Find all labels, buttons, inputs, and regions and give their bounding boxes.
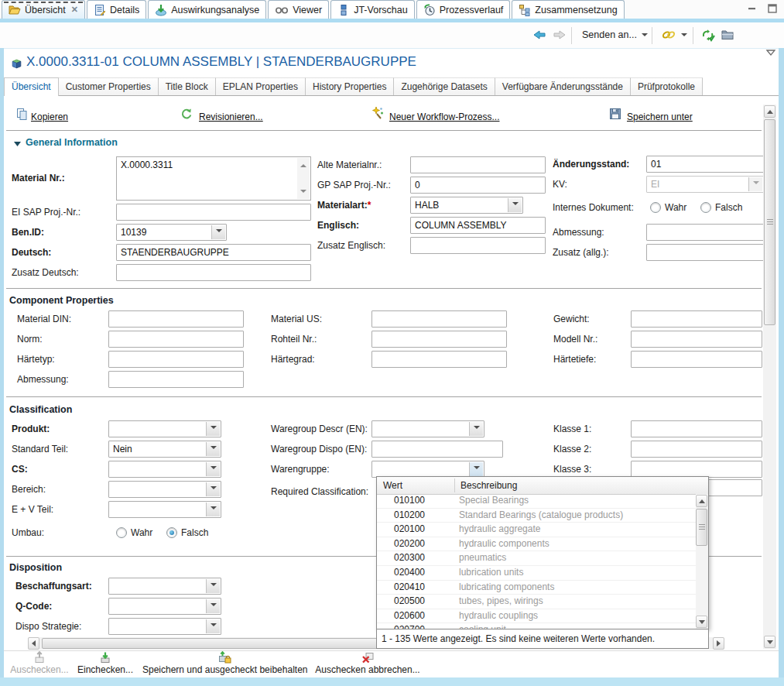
dropdown-option-row[interactable]: 020200 hydraulic components <box>377 537 696 552</box>
toolbar-overflow-chevron-icon[interactable] <box>765 48 777 57</box>
haertetyp-input[interactable] <box>108 351 244 368</box>
combo-arrow-button[interactable] <box>508 198 522 212</box>
modell-nr-input[interactable] <box>631 331 762 348</box>
alte-materialnr-input[interactable] <box>410 156 546 173</box>
dropdown-scrollbar[interactable] <box>696 494 708 629</box>
close-icon[interactable]: ✕ <box>71 5 78 15</box>
cancel-checkout-button[interactable]: Auschecken abbrechen... <box>313 651 423 675</box>
view-tab-viewer[interactable]: Viewer <box>268 0 329 19</box>
combo-arrow-button[interactable] <box>206 482 220 496</box>
scroll-down-button[interactable] <box>764 636 775 648</box>
scroll-up-icon[interactable] <box>300 161 306 167</box>
gewicht-input[interactable] <box>631 310 762 328</box>
tab-title-block[interactable]: Title Block <box>159 77 216 95</box>
klasse1-input[interactable] <box>631 420 762 437</box>
dropdown-scroll-down-button[interactable] <box>696 616 707 628</box>
revise-link[interactable]: Revisionieren... <box>199 111 263 122</box>
internes-dokument-falsch-radio[interactable] <box>700 202 711 213</box>
scroll-down-icon[interactable] <box>300 190 306 196</box>
minimize-icon[interactable] <box>747 3 758 14</box>
dispo-strategie-combo[interactable] <box>108 618 221 635</box>
material-us-input[interactable] <box>371 310 507 328</box>
checkin-button[interactable]: Einchecken... <box>74 651 136 675</box>
tab-customer-properties[interactable]: Customer Properties <box>59 77 159 95</box>
combo-arrow-button[interactable] <box>206 442 220 456</box>
waregroup-dispo-input[interactable] <box>371 441 503 458</box>
bereich-combo[interactable] <box>108 481 221 498</box>
ei-sap-input[interactable] <box>116 204 311 221</box>
q-code-combo[interactable] <box>108 598 221 615</box>
materialart-combo[interactable]: HALB <box>410 197 523 214</box>
dropdown-option-row[interactable]: 020500 tubes, pipes, wirings <box>377 595 696 609</box>
send-to-button[interactable]: Senden an... <box>577 26 652 44</box>
view-tab-uebersicht[interactable]: Übersicht ✕ <box>2 0 85 19</box>
combo-arrow-button[interactable] <box>211 225 225 239</box>
umbau-wahr-radio[interactable] <box>116 527 127 538</box>
zusatz-deutsch-input[interactable] <box>116 264 311 281</box>
save-and-keep-checked-out-button[interactable]: Speichern und ausgecheckt beibehalten <box>142 651 306 675</box>
scroll-up-button[interactable] <box>764 105 775 118</box>
copy-link[interactable]: Kopieren <box>31 111 68 122</box>
dropdown-option-row[interactable]: 020100 hydraulic aggregate <box>377 523 696 537</box>
zusatz-englisch-input[interactable] <box>410 237 546 254</box>
gp-sap-input[interactable] <box>410 177 546 194</box>
waregroup-descr-combo[interactable] <box>371 420 484 437</box>
tab-pruefprotokolle[interactable]: Prüfprotokolle <box>631 77 703 95</box>
dropdown-option-row[interactable]: 020300 pneumatics <box>377 551 696 566</box>
scroll-left-button[interactable] <box>28 637 39 650</box>
dropdown-option-row[interactable]: 020700 cooling unit <box>377 623 696 629</box>
forward-button[interactable] <box>548 26 571 44</box>
dropdown-option-row[interactable]: 020600 hydraulic couplings <box>377 609 696 624</box>
tab-history-properties[interactable]: History Properties <box>306 77 394 95</box>
combo-arrow-button[interactable] <box>469 422 483 436</box>
material-nr-textarea[interactable]: X.0000.3311 <box>116 156 311 201</box>
deutsch-input[interactable] <box>116 244 311 261</box>
dropdown-option-row[interactable]: 020400 lubrication units <box>377 566 696 581</box>
tab-zugehoerige-datasets[interactable]: Zugehörige Datasets <box>394 77 495 95</box>
view-tab-prozessverlauf[interactable]: Prozessverlauf <box>416 0 511 19</box>
view-tab-jt-vorschau[interactable]: JT-Vorschau <box>330 0 414 19</box>
vertical-scrollbar-thumb[interactable] <box>764 119 775 325</box>
collapse-triangle-icon[interactable] <box>13 140 22 147</box>
standard-teil-combo[interactable]: Nein <box>108 441 221 458</box>
dropdown-option-row[interactable]: 010200 Standard Bearings (catalogue prod… <box>377 509 696 523</box>
haertegrad-input[interactable] <box>371 351 507 368</box>
dropdown-option-row[interactable]: 010100 Special Bearings <box>377 494 696 509</box>
produkt-combo[interactable] <box>108 420 221 437</box>
klasse2-input[interactable] <box>631 441 762 458</box>
zusatz-allg-input[interactable] <box>646 244 764 261</box>
section-general-information[interactable]: General Information <box>26 137 118 148</box>
combo-arrow-button[interactable] <box>206 619 220 633</box>
norm-input[interactable] <box>108 331 244 348</box>
folder-button[interactable] <box>715 26 740 44</box>
tab-verfuegbare-aenderungsstaende[interactable]: Verfügbare Änderungsstände <box>495 77 631 95</box>
save-as-link[interactable]: Speichern unter <box>627 111 693 122</box>
view-tab-details[interactable]: Details <box>87 0 146 19</box>
maximize-icon[interactable] <box>767 3 778 14</box>
tab-uebersicht[interactable]: Übersicht <box>4 77 59 96</box>
textarea-scrollbar[interactable] <box>297 158 310 199</box>
link-button[interactable] <box>656 26 692 44</box>
combo-arrow-button[interactable] <box>206 599 220 613</box>
abmessung-input[interactable] <box>646 224 764 241</box>
combo-arrow-button[interactable] <box>206 502 220 516</box>
aenderungsstand-input[interactable] <box>646 156 764 173</box>
haertetiefe-input[interactable] <box>631 351 762 368</box>
ev-teil-combo[interactable] <box>108 501 221 518</box>
dropdown-scrollbar-thumb[interactable] <box>696 509 707 546</box>
klasse3-input[interactable] <box>631 461 762 478</box>
beschaffungsart-combo[interactable] <box>108 578 221 595</box>
rohteil-nr-input[interactable] <box>371 331 507 348</box>
component-abmessung-input[interactable] <box>108 371 244 388</box>
ben-id-combo[interactable]: 10139 <box>116 224 227 241</box>
englisch-input[interactable] <box>410 217 546 234</box>
combo-arrow-button[interactable] <box>469 462 483 476</box>
umbau-falsch-radio[interactable] <box>166 527 177 538</box>
combo-arrow-button[interactable] <box>206 462 220 476</box>
view-tab-zusammensetzung[interactable]: Zusammensetzung <box>512 0 624 19</box>
vertical-scrollbar[interactable] <box>763 105 776 649</box>
material-din-input[interactable] <box>108 310 244 328</box>
combo-arrow-button[interactable] <box>206 579 220 593</box>
warengruppe-combo[interactable] <box>371 461 484 478</box>
scroll-right-button[interactable] <box>713 637 724 650</box>
